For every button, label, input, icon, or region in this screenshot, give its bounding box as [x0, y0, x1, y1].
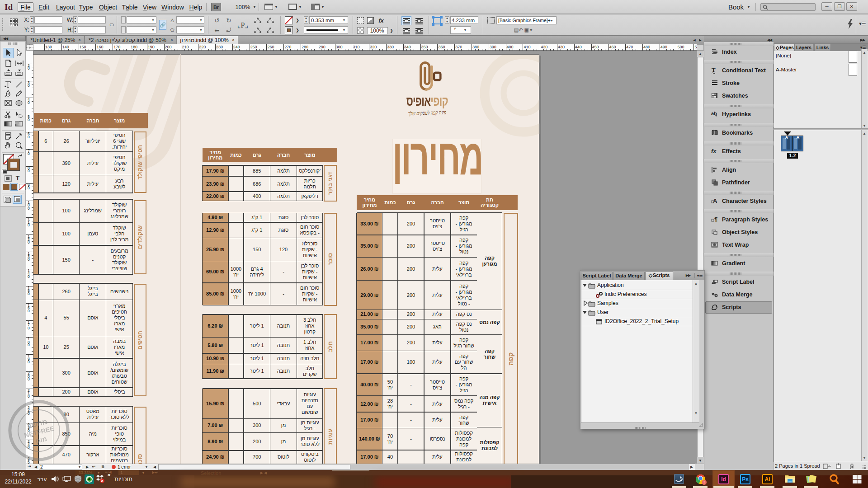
svg-text:fx: fx — [711, 148, 717, 155]
svg-text:מוגן: מוגן — [35, 435, 47, 445]
svg-text:T: T — [712, 66, 716, 73]
svg-text:¶: ¶ — [714, 216, 717, 223]
